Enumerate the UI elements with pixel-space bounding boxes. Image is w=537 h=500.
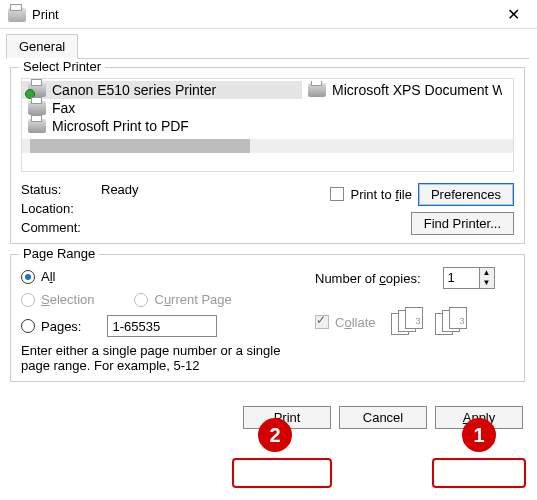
printer-item[interactable]: Fax [22, 99, 302, 117]
radio-pages-row[interactable]: Pages: [21, 315, 311, 337]
radio-pages-label: Pages: [41, 319, 81, 334]
close-icon[interactable]: ✕ [497, 5, 529, 24]
page-range-hint: Enter either a single page number or a s… [21, 343, 281, 373]
printer-name: Canon E510 series Printer [52, 82, 216, 98]
highlight-print-button [232, 458, 332, 488]
printer-name: Microsoft Print to PDF [52, 118, 189, 134]
radio-current-page-label: Current Page [154, 292, 231, 307]
copies-up-icon[interactable]: ▲ [480, 268, 494, 278]
radio-selection-row: Selection [21, 292, 94, 307]
callout-2: 2 [258, 418, 292, 452]
radio-selection [21, 293, 35, 307]
copies-down-icon[interactable]: ▼ [480, 278, 494, 288]
status-label: Status: [21, 182, 101, 197]
highlight-apply-button [432, 458, 526, 488]
scrollbar-thumb[interactable] [30, 139, 250, 153]
radio-pages[interactable] [21, 319, 35, 333]
status-value: Ready [101, 182, 241, 197]
printer-icon [28, 83, 46, 97]
pages-input[interactable] [107, 315, 217, 337]
printer-app-icon [8, 8, 26, 22]
collate-label: Collate [335, 315, 375, 330]
page-range-legend: Page Range [19, 246, 99, 261]
location-label: Location: [21, 201, 101, 216]
radio-selection-label: Selection [41, 292, 94, 307]
group-select-printer: Select Printer Canon E510 series Printer… [10, 67, 525, 244]
radio-all-label: All [41, 269, 55, 284]
copies-value[interactable]: 1 [443, 267, 479, 289]
printer-icon [28, 119, 46, 133]
tab-general[interactable]: General [6, 34, 78, 59]
select-printer-legend: Select Printer [19, 59, 105, 74]
printer-item[interactable]: Microsoft Print to PDF [22, 117, 302, 135]
print-to-file-label: Print to file [350, 187, 411, 202]
copies-spinner[interactable]: 1 ▲ ▼ [443, 267, 495, 289]
printer-item[interactable]: Canon E510 series Printer [22, 81, 302, 99]
copies-label: Number of copies: [315, 271, 421, 286]
radio-all-row[interactable]: All [21, 269, 311, 284]
radio-current-page-row: Current Page [134, 292, 231, 307]
printer-list-hscrollbar[interactable] [22, 139, 513, 153]
collate-checkbox [315, 315, 329, 329]
printer-icon [28, 101, 46, 115]
printer-list[interactable]: Canon E510 series Printer Fax Microsoft … [21, 78, 514, 172]
cancel-button[interactable]: Cancel [339, 406, 427, 429]
comment-label: Comment: [21, 220, 101, 235]
printer-name: Microsoft XPS Document W [332, 82, 502, 98]
callout-1: 1 [462, 418, 496, 452]
preferences-button[interactable]: Preferences [418, 183, 514, 206]
tab-strip: General [6, 33, 529, 59]
radio-current-page [134, 293, 148, 307]
printer-name: Fax [52, 100, 75, 116]
printer-item[interactable]: Microsoft XPS Document W [302, 81, 502, 99]
print-to-file-checkbox[interactable] [330, 187, 344, 201]
radio-all[interactable] [21, 270, 35, 284]
collate-illustration: 123 123 [391, 307, 471, 337]
printer-icon [308, 83, 326, 97]
group-page-range: Page Range All Selection [10, 254, 525, 382]
window-title: Print [32, 7, 497, 22]
titlebar: Print ✕ [0, 0, 537, 29]
find-printer-button[interactable]: Find Printer... [411, 212, 514, 235]
